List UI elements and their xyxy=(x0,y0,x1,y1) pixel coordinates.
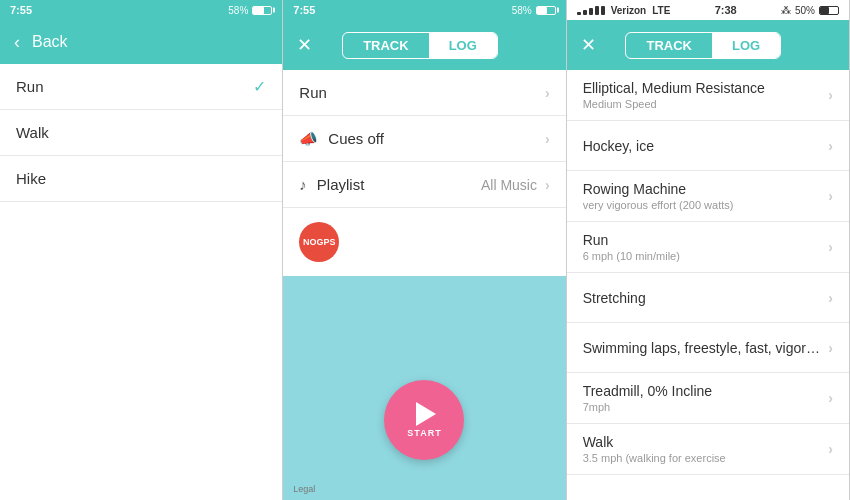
activity-title-2: Rowing Machine xyxy=(583,181,829,197)
status-time-2: 7:55 xyxy=(293,4,315,16)
activity-item-1[interactable]: Hockey, ice › xyxy=(567,121,849,171)
playlist-sub: All Music xyxy=(481,177,537,193)
back-arrow-icon[interactable]: ‹ xyxy=(14,32,20,53)
activity-item-6[interactable]: Treadmill, 0% Incline 7mph › xyxy=(567,373,849,424)
gps-badge: NO GPS xyxy=(299,222,339,262)
activity-title-5: Swimming laps, freestyle, fast, vigor… xyxy=(583,340,829,356)
cues-chevron: › xyxy=(545,131,550,147)
playlist-row[interactable]: ♪ Playlist All Music › xyxy=(283,162,565,208)
activity-subtitle-2: very vigorous effort (200 watts) xyxy=(583,199,829,211)
panel-activity-log: Verizon LTE 7:38 ⁂ 50% ✕ TRACK LOG Ellip… xyxy=(567,0,850,500)
segment-header-2: ✕ TRACK LOG xyxy=(283,20,565,70)
status-time-1: 7:55 xyxy=(10,4,32,16)
activity-title-6: Treadmill, 0% Incline xyxy=(583,383,829,399)
run-label: Run xyxy=(16,78,245,95)
activity-item-0[interactable]: Elliptical, Medium Resistance Medium Spe… xyxy=(567,70,849,121)
start-button[interactable]: START xyxy=(384,380,464,460)
playlist-icon: ♪ xyxy=(299,176,307,193)
segment-control: TRACK LOG xyxy=(342,32,498,59)
status-bar-2: 7:55 58% xyxy=(283,0,565,20)
track-tab-3[interactable]: TRACK xyxy=(626,33,712,58)
list-item-walk[interactable]: Walk xyxy=(0,110,282,156)
battery-icon-1 xyxy=(252,6,272,15)
activity-list: Elliptical, Medium Resistance Medium Spe… xyxy=(567,70,849,500)
playlist-chevron: › xyxy=(545,177,550,193)
activity-title-7: Walk xyxy=(583,434,829,450)
list-item-hike[interactable]: Hike xyxy=(0,156,282,202)
chevron-2: › xyxy=(828,188,833,204)
activity-subtitle-0: Medium Speed xyxy=(583,98,829,110)
activity-title-4: Stretching xyxy=(583,290,829,306)
panel-track-log: 7:55 58% ✕ TRACK LOG Run › 📣 Cues off › … xyxy=(283,0,566,500)
signal-icon xyxy=(577,6,605,15)
activity-title-3: Run xyxy=(583,232,829,248)
close-icon[interactable]: ✕ xyxy=(297,34,312,56)
battery-fill-3 xyxy=(820,7,829,14)
track-tab[interactable]: TRACK xyxy=(343,33,429,58)
activity-item-7[interactable]: Walk 3.5 mph (walking for exercise › xyxy=(567,424,849,475)
back-header: ‹ Back xyxy=(0,20,282,64)
run-row-label: Run xyxy=(299,84,545,101)
playlist-label: Playlist xyxy=(317,176,481,193)
bluetooth-icon: ⁂ xyxy=(781,5,791,16)
status-bar-1: 7:55 58% xyxy=(0,0,282,20)
run-row[interactable]: Run › xyxy=(283,70,565,116)
start-label: START xyxy=(407,428,441,438)
gps-line2: GPS xyxy=(317,237,336,248)
activity-title-0: Elliptical, Medium Resistance xyxy=(583,80,829,96)
battery-pct-3: 50% xyxy=(795,5,815,16)
activity-item-3[interactable]: Run 6 mph (10 min/mile) › xyxy=(567,222,849,273)
back-label[interactable]: Back xyxy=(32,33,68,51)
activity-item-4[interactable]: Stretching › xyxy=(567,273,849,323)
chevron-6: › xyxy=(828,390,833,406)
battery-pct-2: 58% xyxy=(512,5,532,16)
activity-subtitle-7: 3.5 mph (walking for exercise xyxy=(583,452,829,464)
status-icons-1: 58% xyxy=(228,5,272,16)
cues-label: Cues off xyxy=(328,130,545,147)
log-tab-3[interactable]: LOG xyxy=(712,33,780,58)
legal-text: Legal xyxy=(293,484,315,494)
cues-row[interactable]: 📣 Cues off › xyxy=(283,116,565,162)
battery-fill-1 xyxy=(253,7,263,14)
carrier-label: Verizon xyxy=(611,5,647,16)
run-chevron: › xyxy=(545,85,550,101)
chevron-1: › xyxy=(828,138,833,154)
play-icon xyxy=(416,402,436,426)
battery-fill-2 xyxy=(537,7,547,14)
cues-icon: 📣 xyxy=(299,130,318,148)
gps-line1: NO xyxy=(303,237,317,248)
close-icon-3[interactable]: ✕ xyxy=(581,34,596,56)
chevron-5: › xyxy=(828,340,833,356)
status-time-3: 7:38 xyxy=(715,4,737,16)
activity-type-list: Run ✓ Walk Hike xyxy=(0,64,282,500)
walk-label: Walk xyxy=(16,124,266,141)
panel-activity-select: 7:55 58% ‹ Back Run ✓ Walk Hike xyxy=(0,0,283,500)
hike-label: Hike xyxy=(16,170,266,187)
segment-header-3: ✕ TRACK LOG xyxy=(567,20,849,70)
activity-subtitle-3: 6 mph (10 min/mile) xyxy=(583,250,829,262)
gps-row: NO GPS xyxy=(283,208,565,276)
battery-icon-3 xyxy=(819,6,839,15)
status-icons-3: ⁂ 50% xyxy=(781,5,839,16)
battery-icon-2 xyxy=(536,6,556,15)
chevron-0: › xyxy=(828,87,833,103)
log-tab[interactable]: LOG xyxy=(429,33,497,58)
list-item-run[interactable]: Run ✓ xyxy=(0,64,282,110)
chevron-4: › xyxy=(828,290,833,306)
status-icons-2: 58% xyxy=(512,5,556,16)
activity-subtitle-6: 7mph xyxy=(583,401,829,413)
status-bar-3: Verizon LTE 7:38 ⁂ 50% xyxy=(567,0,849,20)
battery-pct-1: 58% xyxy=(228,5,248,16)
check-icon: ✓ xyxy=(253,77,266,96)
chevron-3: › xyxy=(828,239,833,255)
activity-title-1: Hockey, ice xyxy=(583,138,829,154)
activity-item-2[interactable]: Rowing Machine very vigorous effort (200… xyxy=(567,171,849,222)
chevron-7: › xyxy=(828,441,833,457)
map-area: START Legal xyxy=(283,276,565,500)
activity-item-5[interactable]: Swimming laps, freestyle, fast, vigor… › xyxy=(567,323,849,373)
network-label: LTE xyxy=(652,5,670,16)
segment-control-3: TRACK LOG xyxy=(625,32,781,59)
